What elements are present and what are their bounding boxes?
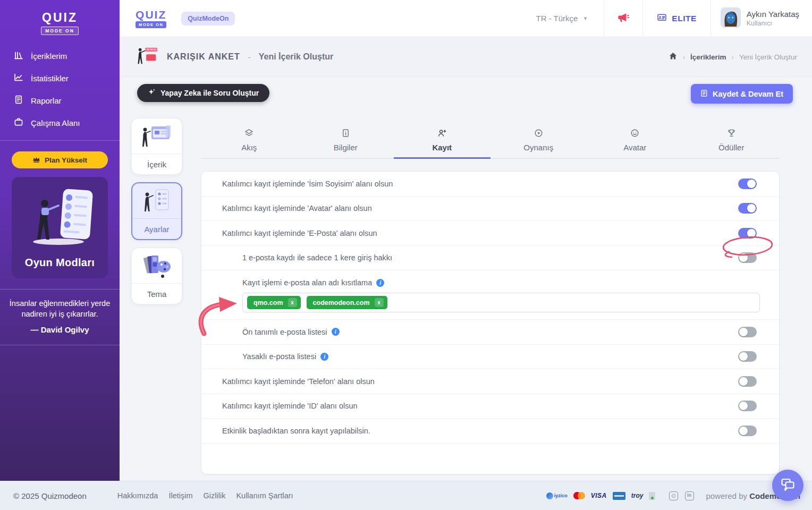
sidebar-item-istatistikler[interactable]: İstatistikler: [0, 67, 120, 89]
sidebar-item-label: İçeriklerim: [31, 52, 67, 61]
main-content: Yapay Zeka ile Soru Oluştur Kaydet & Dev…: [120, 77, 812, 481]
breadcrumb-link-iceriklerim[interactable]: İçeriklerim: [690, 53, 726, 61]
report-icon: [14, 95, 23, 106]
section-card-label: İçerik: [132, 154, 182, 174]
brand-subtext: MODE ON: [136, 21, 166, 28]
remove-tag-button[interactable]: x: [375, 298, 384, 307]
section-card-icerik[interactable]: İçerik: [131, 118, 182, 175]
game-modes-title: Oyun Modları: [16, 257, 104, 269]
remove-tag-button[interactable]: x: [288, 298, 297, 307]
sidebar-item-calisma-alani[interactable]: Çalışma Alanı: [0, 112, 120, 134]
sidebar-logo: QUIZ MODE ON: [0, 0, 120, 41]
save-document-icon: [700, 89, 708, 99]
footer-link-gizlilik[interactable]: Gizlilik: [204, 491, 226, 500]
plan-badge[interactable]: ELITE: [643, 0, 710, 37]
mastercard-logo: [573, 492, 585, 499]
content-illustration: [132, 118, 182, 154]
brand-logo[interactable]: QUIZ MODE ON: [136, 9, 166, 28]
tab-oynanis[interactable]: Oynanış: [490, 122, 587, 158]
save-continue-button[interactable]: Kaydet & Devam Et: [691, 84, 793, 104]
social-links: [669, 491, 694, 500]
setting-label: Katılımcı kayıt işleminde 'İsim Soyisim'…: [222, 180, 393, 188]
footer-links: Hakkımızda İletişim Gizlilik Kullanım Şa…: [117, 491, 293, 500]
toggle-avatar[interactable]: [738, 203, 757, 214]
play-circle-icon: [534, 129, 543, 139]
section-card-tema[interactable]: Tema: [131, 248, 182, 304]
info-icon[interactable]: i: [376, 279, 384, 287]
save-continue-label: Kaydet & Devam Et: [713, 90, 783, 98]
language-selector[interactable]: TR - Türkçe ▼: [520, 0, 604, 37]
upgrade-plan-button[interactable]: Plan Yükselt: [12, 151, 108, 168]
tab-oduller[interactable]: Ödüller: [683, 122, 780, 158]
info-icon[interactable]: i: [320, 353, 328, 361]
tab-label: Avatar: [623, 143, 646, 152]
toggle-yasakli-liste[interactable]: [738, 351, 757, 362]
setting-label: Katılımcı kayıt işleminde 'ID' alanı ols…: [222, 402, 358, 410]
footer-link-kullanim-sartlari[interactable]: Kullanım Şartları: [236, 491, 293, 500]
info-icon[interactable]: i: [332, 328, 340, 336]
sidebar-promo: Plan Yükselt: [0, 141, 120, 278]
sparkles-icon: [148, 88, 156, 98]
tab-label: Akış: [241, 143, 257, 152]
toggle-tek-giris[interactable]: [738, 252, 757, 263]
settings-illustration: [132, 183, 181, 219]
chat-widget-button[interactable]: [772, 470, 803, 501]
layers-icon: [244, 129, 253, 139]
iyzico-logo: iyzico: [546, 492, 568, 499]
upgrade-plan-label: Plan Yükselt: [45, 156, 87, 164]
setting-label: Ön tanımlı e-posta listesi: [242, 328, 327, 336]
plan-badge-label: ELITE: [672, 14, 696, 23]
email-restriction-label: Kayıt işlemi e-posta alan adı kısıtlama: [242, 278, 372, 287]
brand-badge: QuizModeOn: [181, 12, 235, 26]
sidebar-item-label: Raporlar: [31, 96, 62, 105]
user-name: Aykın Yarkataş: [747, 10, 799, 19]
linkedin-icon[interactable]: [685, 491, 694, 500]
topbar-right: TR - Türkçe ▼ ELITE: [520, 0, 812, 37]
footer-link-hakkimizda[interactable]: Hakkımızda: [117, 491, 158, 500]
chart-icon: [14, 73, 23, 83]
instagram-icon[interactable]: [669, 491, 678, 500]
tab-bilgiler[interactable]: Bilgiler: [298, 122, 394, 158]
tab-akis[interactable]: Akış: [201, 122, 298, 158]
footer-link-iletisim[interactable]: İletişim: [168, 491, 192, 500]
language-label: TR - Türkçe: [536, 14, 578, 23]
toggle-on-tanimli-liste[interactable]: [738, 327, 757, 337]
setting-row-tek-giris: 1 e-posta kaydı ile sadece 1 kere giriş …: [201, 246, 779, 271]
section-card-label: Tema: [132, 284, 182, 304]
setting-label: Etkinlik başladıktan sonra kayıt yapılab…: [222, 427, 370, 435]
toggle-isim-soyisim[interactable]: [738, 178, 757, 189]
toggle-telefon[interactable]: [738, 376, 757, 387]
ai-generate-button[interactable]: Yapay Zeka ile Soru Oluştur: [137, 84, 269, 102]
brand-text: QUIZ: [136, 9, 166, 20]
library-icon: [14, 50, 23, 61]
domain-tag: codemodeon.com x: [307, 296, 387, 309]
title-separator: -: [248, 53, 251, 62]
tab-avatar[interactable]: Avatar: [587, 122, 683, 158]
sidebar-item-raporlar[interactable]: Raporlar: [0, 89, 120, 112]
payment-methods: iyzico VISA troy: [546, 492, 656, 500]
user-plus-icon: [437, 129, 446, 139]
user-menu[interactable]: Aykın Yarkataş Kullanıcı: [711, 0, 812, 37]
toggle-gec-kayit[interactable]: [738, 426, 757, 436]
sidebar-item-iceriklerim[interactable]: İçeriklerim: [0, 45, 120, 67]
copyright: © 2025 Quizmodeon: [13, 491, 87, 500]
app-window: QUIZ MODE ON İçeriklerim İstatistikler: [0, 0, 812, 510]
ai-generate-label: Yapay Zeka ile Soru Oluştur: [160, 89, 259, 97]
game-modes-card[interactable]: Oyun Modları: [12, 177, 108, 278]
section-card-ayarlar[interactable]: Ayarlar: [131, 182, 182, 240]
email-domains-input[interactable]: qmo.com x codemodeon.com x: [242, 293, 760, 312]
megaphone-icon: [617, 12, 630, 26]
setting-row-id: Katılımcı kayıt işleminde 'ID' alanı ols…: [201, 394, 779, 419]
crown-icon: [32, 156, 40, 164]
tab-label: Oynanış: [523, 143, 553, 152]
quote-text: İnsanlar eğlenmedikleri yerde nadiren iy…: [6, 299, 113, 319]
setting-row-isim-soyisim: Katılımcı kayıt işleminde 'İsim Soyisim'…: [201, 172, 779, 197]
toggle-eposta[interactable]: [738, 228, 757, 239]
sidebar-item-label: İstatistikler: [31, 74, 69, 83]
announcements-button[interactable]: [604, 0, 642, 37]
setting-row-avatar: Katılımcı kayıt işleminde 'Avatar' alanı…: [201, 197, 779, 222]
tab-kayit[interactable]: Kayıt: [394, 122, 490, 158]
toggle-id[interactable]: [738, 401, 757, 411]
home-icon[interactable]: [669, 52, 678, 62]
topbar: QUIZ MODE ON QuizModeOn TR - Türkçe ▼ EL…: [120, 0, 812, 37]
